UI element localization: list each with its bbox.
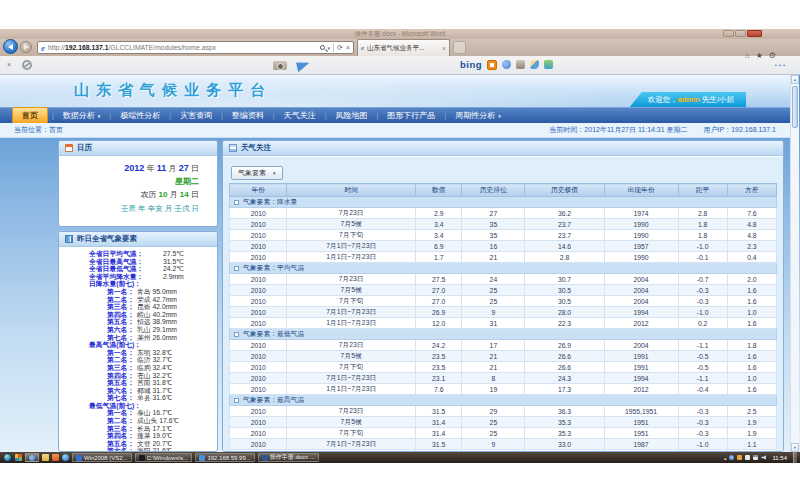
- address-bar[interactable]: e http://192.168.137.1/GLCCLIMATE/module…: [37, 41, 354, 54]
- network-globe-icon[interactable]: [729, 455, 734, 460]
- rank-row: 第七名：单县 31.6℃: [59, 394, 217, 402]
- cell: 7月23日: [287, 274, 416, 285]
- browser-tab[interactable]: e 山东省气候业务平... ×: [357, 39, 450, 56]
- cell: 7月23日: [287, 208, 416, 219]
- close-button[interactable]: [747, 30, 762, 37]
- toolbar-overflow-icon[interactable]: •••: [775, 62, 787, 68]
- cell: 1994: [604, 373, 678, 384]
- welcome-ribbon: 欢迎您，admin 先生/小姐: [630, 92, 746, 107]
- blocked-icon[interactable]: [22, 60, 32, 70]
- camera-icon[interactable]: [273, 61, 287, 70]
- cell: 0.4: [727, 252, 776, 263]
- table-row: 20107月5候27.02530.52004-0.31.6: [230, 285, 777, 296]
- scroll-up-arrow[interactable]: ▲: [791, 75, 799, 84]
- minimize-button[interactable]: [723, 30, 734, 37]
- show-desktop-button[interactable]: [793, 452, 797, 463]
- taskbar-button-2[interactable]: C:\Windows\s...: [135, 453, 193, 462]
- cell: 7.6: [415, 384, 461, 395]
- nav-item-3[interactable]: 极端性分析: [111, 108, 169, 123]
- plugin-icon[interactable]: [544, 60, 553, 69]
- app-icon: [262, 455, 268, 461]
- home-icon[interactable]: ⌂: [745, 51, 750, 60]
- cell: 2010: [230, 252, 287, 263]
- scroll-down-arrow[interactable]: ▼: [791, 443, 799, 452]
- back-button[interactable]: [3, 39, 18, 54]
- cell: 33.0: [525, 439, 604, 450]
- ganzhi-date: 壬辰 年 辛亥 月 壬戌 日: [59, 204, 199, 214]
- tab-close-icon[interactable]: ×: [442, 45, 446, 52]
- network-icon[interactable]: [753, 455, 758, 460]
- send-plane-icon[interactable]: [296, 60, 311, 72]
- scrollbar-thumb[interactable]: [792, 86, 798, 128]
- page-scrollbar[interactable]: ▲ ▼: [790, 75, 799, 452]
- chevron-down-icon[interactable]: ▾: [328, 45, 331, 51]
- favorites-star-icon[interactable]: ★: [756, 51, 763, 60]
- nav-item-5[interactable]: 整编资料: [223, 108, 273, 123]
- cell: 1.0: [727, 373, 776, 384]
- bing-logo[interactable]: bing: [460, 59, 482, 70]
- volume-icon[interactable]: [761, 455, 766, 460]
- rank-row: 第三名：临朐 32.4℃: [59, 364, 217, 372]
- cell: 7月5候: [287, 285, 416, 296]
- group-checkbox[interactable]: [234, 332, 239, 337]
- cell: 0.2: [678, 318, 727, 329]
- cell: 31: [462, 318, 525, 329]
- cell: 31.4: [415, 417, 461, 428]
- folder-icon[interactable]: [42, 454, 49, 461]
- cell: 1.6: [727, 285, 776, 296]
- group-checkbox[interactable]: [234, 200, 239, 205]
- cell: 23.7: [525, 219, 604, 230]
- nav-item-2[interactable]: 数据分析▾: [54, 108, 110, 123]
- office-app-icon[interactable]: [52, 454, 59, 461]
- group-label: 气象要素：最高气温: [243, 396, 304, 403]
- nav-item-1[interactable]: 首页: [12, 107, 48, 124]
- cell: -1.0: [678, 241, 727, 252]
- cell: 2010: [230, 318, 287, 329]
- weather-panel-body: 气象要素 ▾ 年份时间数值历史排位历史极值出现年份距平方差气象要素：降水量201…: [223, 157, 783, 451]
- nav-item-9[interactable]: 周期性分析▾: [446, 108, 510, 123]
- rank-row: 第六名：乳山 29.1mm: [59, 326, 217, 334]
- launcher-icon[interactable]: [15, 454, 22, 461]
- maximize-button[interactable]: [735, 30, 746, 37]
- group-checkbox[interactable]: [234, 266, 239, 271]
- start-button[interactable]: [3, 453, 12, 462]
- nav-item-7[interactable]: 风险地图: [326, 108, 376, 123]
- search-icon[interactable]: [320, 45, 325, 50]
- nav-item-6[interactable]: 天气关注: [275, 108, 325, 123]
- update-icon[interactable]: [737, 455, 742, 460]
- clock[interactable]: 11:54: [772, 455, 787, 461]
- close-toolbar-icon[interactable]: ×: [7, 61, 11, 68]
- cell: 25: [462, 296, 525, 307]
- cell: 1.8: [678, 230, 727, 241]
- cell: 24.3: [525, 373, 604, 384]
- settings-gear-icon[interactable]: ⚙: [769, 51, 776, 60]
- nav-item-4[interactable]: 灾害查询: [171, 108, 221, 123]
- media-player-icon[interactable]: [62, 454, 69, 461]
- yesterday-panel-header: 昨日全省气象要素: [59, 232, 217, 247]
- weather-panel-title: 天气关注: [241, 143, 271, 153]
- new-tab-button[interactable]: [453, 41, 466, 54]
- back-arrow-icon: [8, 44, 13, 50]
- forward-button[interactable]: [20, 41, 32, 53]
- group-row: 气象要素：最高气温: [230, 395, 777, 406]
- taskbar-button-3[interactable]: 192.168.59.99...: [195, 453, 254, 462]
- snapshot-icon[interactable]: [516, 60, 525, 69]
- screenshot-addon-icon[interactable]: [487, 60, 497, 70]
- nav-item-8[interactable]: 图形下行产品: [378, 108, 444, 123]
- stop-icon[interactable]: ×: [346, 44, 350, 51]
- hidden-icons-chevron[interactable]: ▴: [724, 455, 727, 461]
- solar-date: 2012 年 11 月 27 日: [59, 163, 199, 174]
- taskbar-button-1[interactable]: Win2008 (VS2...: [72, 453, 132, 462]
- refresh-icon[interactable]: ⟳: [337, 44, 343, 52]
- taskbar-ie-button[interactable]: [25, 453, 39, 462]
- word-window-title: 操作手册.docx - Microsoft Word: [0, 30, 800, 39]
- taskbar-button-4[interactable]: 操作手册.docx ...: [258, 453, 319, 462]
- video-call-icon[interactable]: [502, 60, 511, 69]
- cell: 26.9: [525, 340, 604, 351]
- group-checkbox[interactable]: [234, 398, 239, 403]
- cell: 2010: [230, 406, 287, 417]
- element-dropdown-button[interactable]: 气象要素 ▾: [231, 166, 283, 180]
- flag-icon[interactable]: [745, 455, 750, 460]
- screenshot-root: 操作手册.docx - Microsoft Word e http://192.…: [0, 0, 800, 500]
- bird-addon-icon[interactable]: [530, 60, 539, 69]
